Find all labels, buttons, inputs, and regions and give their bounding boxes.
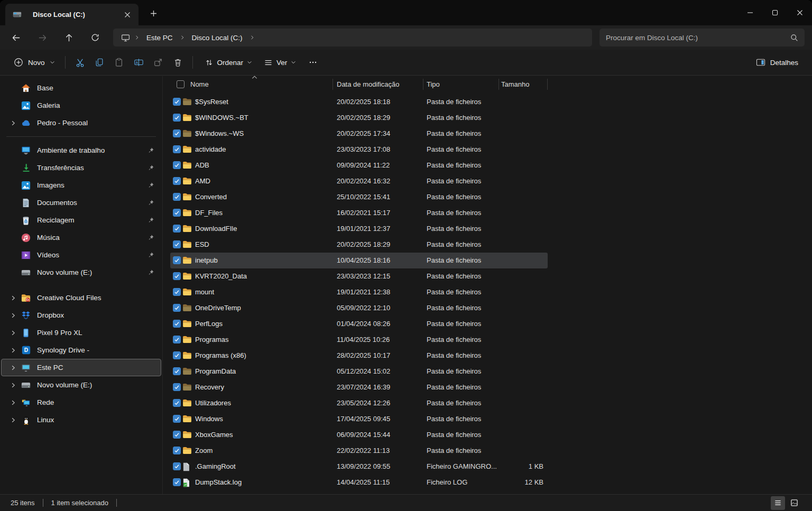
file-row[interactable]: inetpub10/04/2025 18:16Pasta de ficheiro… (163, 253, 812, 268)
column-header-date[interactable]: Data de modificação (337, 76, 400, 92)
up-button[interactable] (60, 29, 77, 46)
file-row[interactable]: Recovery23/07/2024 16:39Pasta de ficheir… (163, 379, 812, 395)
more-options-button[interactable] (304, 53, 322, 71)
details-view-toggle[interactable] (771, 496, 785, 510)
refresh-button[interactable] (87, 29, 104, 46)
sidebar-item-este-pc[interactable]: Este PC (1, 359, 161, 376)
row-checkbox[interactable] (173, 367, 181, 375)
row-checkbox[interactable] (173, 225, 181, 233)
column-header-type[interactable]: Tipo (427, 76, 440, 92)
sidebar-item-galeria[interactable]: Galeria (1, 97, 161, 114)
row-checkbox[interactable] (173, 351, 181, 359)
row-checkbox[interactable] (173, 193, 181, 201)
chevron-right-icon[interactable] (6, 312, 21, 319)
row-checkbox[interactable] (173, 129, 181, 137)
row-checkbox[interactable] (173, 272, 181, 280)
row-checkbox[interactable] (173, 320, 181, 328)
column-header-name[interactable]: Nome (190, 76, 209, 92)
row-checkbox[interactable] (173, 431, 181, 439)
file-row[interactable]: ProgramData05/12/2024 15:02Pasta de fich… (163, 364, 812, 379)
maximize-button[interactable] (762, 0, 787, 25)
file-row[interactable]: Windows17/04/2025 09:45Pasta de ficheiro… (163, 411, 812, 427)
sidebar-item-pixel-9-pro-xl[interactable]: Pixel 9 Pro XL (1, 324, 161, 341)
sidebar-item-linux[interactable]: Linux (1, 411, 161, 429)
row-checkbox[interactable] (173, 447, 181, 454)
sidebar-item-synology-drive[interactable]: DSynology Drive - (1, 341, 161, 359)
sidebar-item-base[interactable]: Base (1, 79, 161, 97)
paste-button[interactable] (109, 53, 129, 71)
file-row[interactable]: Converted25/10/2022 15:41Pasta de fichei… (163, 189, 812, 205)
sort-button[interactable]: Ordenar (200, 55, 257, 70)
row-checkbox[interactable] (173, 399, 181, 407)
file-row[interactable]: ESD20/02/2025 18:29Pasta de ficheiros (163, 237, 812, 253)
file-row[interactable]: AMD20/02/2024 16:32Pasta de ficheiros (163, 173, 812, 189)
file-row[interactable]: Zoom22/02/2022 11:13Pasta de ficheiros (163, 443, 812, 459)
column-divider[interactable] (423, 79, 423, 90)
share-button[interactable] (149, 53, 168, 71)
row-checkbox[interactable] (173, 304, 181, 312)
row-checkbox[interactable] (173, 161, 181, 169)
row-checkbox[interactable] (173, 240, 181, 248)
file-row[interactable]: $Windows.~WS20/02/2025 17:34Pasta de fic… (163, 126, 812, 142)
row-checkbox[interactable] (173, 256, 181, 264)
new-button[interactable]: Novo (8, 54, 60, 70)
column-divider[interactable] (499, 79, 499, 90)
file-row[interactable]: Utilizadores23/05/2024 12:26Pasta de fic… (163, 395, 812, 411)
sidebar-item-novo-volume-e[interactable]: Novo volume (E:) (1, 264, 161, 281)
row-checkbox[interactable] (173, 383, 181, 391)
row-checkbox[interactable] (173, 478, 181, 486)
breadcrumb-chevron-icon[interactable] (178, 35, 187, 40)
file-row[interactable]: actividade23/03/2023 17:08Pasta de fiche… (163, 142, 812, 157)
file-row[interactable]: DF_Files16/02/2021 15:17Pasta de ficheir… (163, 205, 812, 221)
row-checkbox[interactable] (173, 145, 181, 153)
chevron-right-icon[interactable] (6, 330, 21, 336)
file-row[interactable]: $SysReset20/02/2025 18:18Pasta de fichei… (163, 94, 812, 110)
sidebar-item-rede[interactable]: Rede (1, 394, 161, 411)
row-checkbox[interactable] (173, 177, 181, 185)
back-button[interactable] (7, 29, 24, 46)
chevron-right-icon[interactable] (6, 120, 21, 126)
sidebar-item-documentos[interactable]: Documentos (1, 194, 161, 211)
file-row[interactable]: Programas (x86)28/02/2025 10:17Pasta de … (163, 348, 812, 364)
close-button[interactable] (787, 0, 812, 25)
minimize-button[interactable] (737, 0, 762, 25)
row-checkbox[interactable] (173, 98, 181, 106)
file-row[interactable]: KVRT2020_Data23/03/2023 12:15Pasta de fi… (163, 268, 812, 284)
select-all-checkbox[interactable] (177, 80, 184, 88)
chevron-right-icon[interactable] (6, 295, 21, 301)
large-icons-view-toggle[interactable] (787, 496, 801, 510)
breadcrumb-chevron-icon[interactable] (248, 35, 256, 40)
sidebar-item-pedro-pessoal[interactable]: Pedro - Pessoal (1, 114, 161, 132)
copy-button[interactable] (90, 53, 109, 71)
sidebar-item-m-sica[interactable]: Música (1, 229, 161, 246)
file-row[interactable]: Programas11/04/2025 10:26Pasta de fichei… (163, 332, 812, 348)
sidebar-item-reciclagem[interactable]: Reciclagem (1, 211, 161, 229)
breadcrumb-chevron-icon[interactable] (133, 35, 141, 40)
view-button[interactable]: Ver (259, 55, 301, 70)
chevron-right-icon[interactable] (6, 365, 21, 371)
column-divider[interactable] (333, 79, 333, 90)
file-row[interactable]: $WINDOWS.~BT20/02/2025 18:29Pasta de fic… (163, 110, 812, 126)
new-tab-button[interactable] (146, 6, 161, 21)
sidebar-item-transfer-ncias[interactable]: Transferências (1, 159, 161, 176)
file-row[interactable]: .GamingRoot13/09/2022 09:55Ficheiro GAMI… (163, 459, 812, 475)
sidebar-item-imagens[interactable]: Imagens (1, 176, 161, 194)
breadcrumb-item[interactable]: Este PC (142, 32, 177, 43)
breadcrumb-item[interactable]: Disco Local (C:) (188, 32, 247, 43)
row-checkbox[interactable] (173, 415, 181, 423)
delete-button[interactable] (168, 53, 188, 71)
sidebar-item-ambiente-de-trabalho[interactable]: Ambiente de trabalho (1, 142, 161, 159)
row-checkbox[interactable] (173, 114, 181, 122)
file-row[interactable]: DumpStack.log14/04/2025 11:15Ficheiro LO… (163, 475, 812, 490)
rename-button[interactable]: A (129, 53, 149, 71)
chevron-right-icon[interactable] (6, 399, 21, 406)
file-row[interactable]: XboxGames06/09/2024 15:44Pasta de fichei… (163, 427, 812, 443)
file-row[interactable]: OneDriveTemp05/09/2022 12:10Pasta de fic… (163, 300, 812, 316)
chevron-right-icon[interactable] (6, 347, 21, 354)
search-box[interactable]: Procurar em Disco Local (C:) (599, 29, 805, 47)
details-pane-button[interactable]: Detalhes (751, 55, 804, 70)
tab-close-icon[interactable] (121, 8, 134, 22)
sidebar-item-dropbox[interactable]: Dropbox (1, 306, 161, 324)
row-checkbox[interactable] (173, 209, 181, 217)
column-divider[interactable] (547, 79, 548, 90)
